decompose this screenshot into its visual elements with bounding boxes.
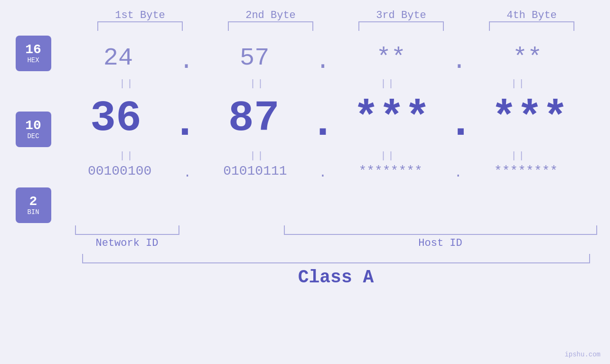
sep2-b3: ||: [336, 150, 441, 162]
hex-dot3: .: [452, 47, 467, 75]
bracket-top-1: [97, 21, 183, 31]
bin-dot2: .: [319, 166, 327, 180]
class-label: Class A: [75, 267, 597, 288]
byte3-label: 3rd Byte: [349, 9, 453, 21]
bin-b3-value: ********: [358, 164, 422, 178]
sep2-b2: ||: [206, 150, 310, 162]
sep-row-1: || || || ||: [62, 78, 584, 90]
sep2-b4: ||: [467, 150, 571, 162]
hex-b1-cell: 24: [66, 44, 170, 72]
id-labels-row: Network ID Host ID: [75, 237, 597, 249]
main-content: 16 HEX 10 DEC 2 BIN 24 . 57: [0, 36, 610, 223]
bracket-top-2: [228, 21, 313, 31]
dec-b4-value: ***: [491, 94, 568, 143]
dec-b4-cell: ***: [478, 94, 582, 143]
bin-badge: 2 BIN: [16, 187, 51, 223]
dec-b1-value: 36: [90, 94, 141, 143]
bin-dot3: .: [454, 166, 462, 180]
bin-b1-value: 00100100: [88, 164, 151, 178]
hex-b2-value: 57: [240, 44, 269, 72]
dec-b3-cell: ***: [339, 94, 444, 143]
sep-row-2: || || || ||: [62, 150, 584, 162]
bracket-top-3: [358, 21, 444, 31]
sep1-b4: ||: [467, 78, 571, 90]
hex-b3-cell: **: [339, 44, 443, 72]
hex-dot1: .: [179, 47, 194, 75]
dec-b3-value: ***: [353, 94, 430, 143]
byte2-label: 2nd Byte: [218, 9, 323, 21]
hex-b4-value: **: [513, 44, 542, 72]
dec-badge-num: 10: [25, 119, 41, 132]
hex-b1-value: 24: [103, 44, 133, 72]
dec-b2-cell: 87: [202, 94, 306, 143]
bin-b2-value: 01010111: [223, 164, 287, 178]
network-bracket: [75, 225, 179, 235]
hex-badge-label: HEX: [27, 56, 39, 64]
host-bracket: [284, 225, 597, 235]
bracket-top-4: [489, 21, 574, 31]
bottom-brackets: [75, 225, 597, 235]
byte1-label: 1st Byte: [88, 9, 192, 21]
class-bracket: [82, 254, 590, 263]
bin-row: 00100100 . 01010111 . ******** . *******…: [62, 162, 584, 180]
dec-dot1: .: [172, 99, 197, 148]
byte4-label: 4th Byte: [479, 9, 584, 21]
bin-b3-cell: ********: [338, 164, 443, 178]
hex-b4-cell: **: [475, 44, 580, 72]
dec-row: 36 . 87 . *** . ***: [62, 90, 584, 148]
main-container: 1st Byte 2nd Byte 3rd Byte 4th Byte 16 H…: [0, 0, 610, 364]
bin-b4-value: ********: [494, 164, 558, 178]
dec-dot2: .: [310, 99, 336, 148]
sep1-b3: ||: [336, 78, 441, 90]
bin-b4-cell: ********: [474, 164, 578, 178]
hex-b2-cell: 57: [202, 44, 307, 72]
sep1-b1: ||: [75, 78, 179, 90]
hex-b3-value: **: [376, 44, 405, 72]
dec-dot3: .: [448, 99, 473, 148]
dec-b2-value: 87: [228, 94, 280, 143]
bin-badge-label: BIN: [27, 208, 39, 216]
values-column: 24 . 57 . ** . ** || || || ||: [62, 36, 610, 183]
header-row: 1st Byte 2nd Byte 3rd Byte 4th Byte: [75, 9, 597, 21]
bin-b1-cell: 00100100: [67, 164, 172, 178]
sep1-b2: ||: [206, 78, 310, 90]
dec-b1-cell: 36: [64, 94, 168, 143]
bin-b2-cell: 01010111: [203, 164, 307, 178]
hex-badge: 16 HEX: [16, 36, 51, 71]
hex-row: 24 . 57 . ** . **: [62, 40, 584, 75]
watermark: ipshu.com: [564, 351, 601, 358]
class-section: Class A: [75, 254, 597, 288]
top-brackets: [75, 21, 597, 31]
dec-badge-label: DEC: [27, 132, 39, 140]
hex-dot2: .: [315, 47, 330, 75]
dec-badge: 10 DEC: [16, 112, 51, 147]
sep2-b1: ||: [75, 150, 179, 162]
hex-badge-num: 16: [25, 43, 41, 56]
bottom-section: Network ID Host ID: [75, 225, 597, 249]
badges-column: 16 HEX 10 DEC 2 BIN: [0, 36, 62, 223]
network-id-label: Network ID: [75, 237, 179, 249]
bin-badge-num: 2: [29, 195, 38, 208]
host-id-label: Host ID: [284, 237, 597, 249]
bin-dot1: .: [183, 166, 191, 180]
